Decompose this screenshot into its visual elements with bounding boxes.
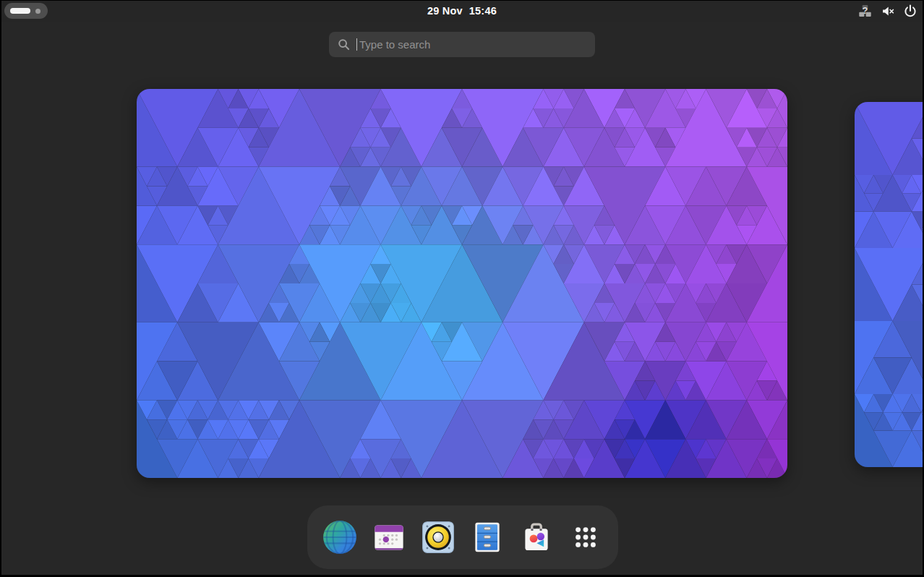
workspace-thumbnail-2[interactable] — [855, 102, 924, 467]
file-cabinet-icon — [469, 519, 505, 555]
dash-app-web[interactable] — [320, 513, 360, 561]
wallpaper-triangles — [137, 89, 787, 478]
system-status-area[interactable]: ? — [858, 0, 917, 22]
search-input[interactable] — [359, 38, 586, 51]
app-grid-icon — [568, 519, 604, 555]
globe-icon — [322, 519, 358, 555]
dash-app-show-apps[interactable] — [565, 513, 606, 561]
dash-app-software[interactable] — [516, 513, 557, 561]
software-bag-icon — [518, 519, 555, 555]
dash-app-music[interactable] — [418, 513, 458, 561]
power-icon[interactable] — [904, 4, 917, 17]
search-entry[interactable] — [329, 32, 595, 57]
volume-muted-icon[interactable] — [881, 5, 894, 17]
network-question-glyph: ? — [863, 5, 868, 16]
network-wired-unknown-icon[interactable]: ? — [858, 4, 872, 17]
text-caret — [356, 38, 357, 51]
search-icon — [338, 38, 350, 51]
clock-date: 29 Nov — [427, 5, 463, 17]
dash — [307, 505, 618, 569]
speaker-icon — [420, 519, 456, 555]
dash-app-files[interactable] — [467, 513, 508, 561]
clock-menu-button[interactable]: 29 Nov 15:46 — [0, 0, 924, 22]
wallpaper-triangles — [855, 102, 924, 467]
workspace-thumbnail-1[interactable] — [137, 89, 787, 478]
calendar-icon — [371, 519, 407, 555]
top-bar: 29 Nov 15:46 ? — [0, 0, 924, 22]
dash-app-calendar[interactable] — [369, 513, 409, 561]
clock-time: 15:46 — [469, 5, 497, 17]
